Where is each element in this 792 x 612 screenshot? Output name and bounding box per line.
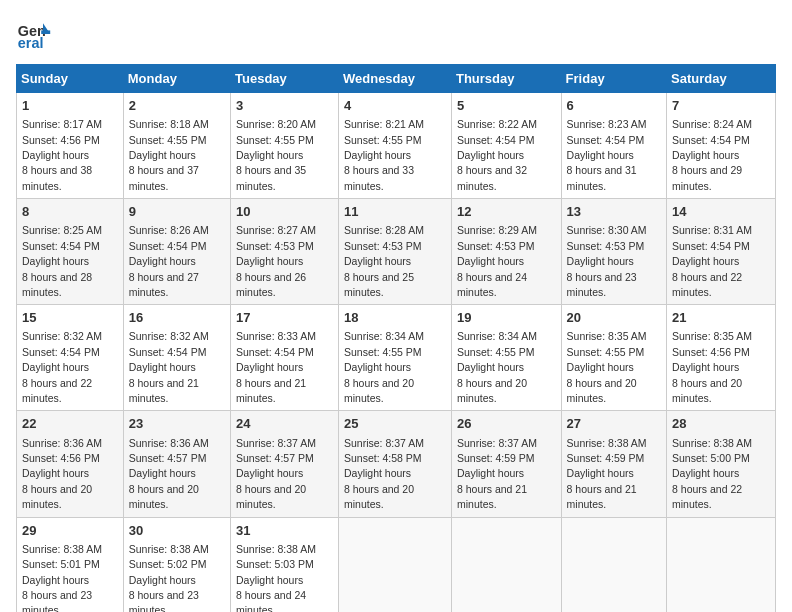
day-number: 10 — [236, 203, 333, 221]
logo: Gen eral — [16, 16, 56, 52]
day-info: Sunrise: 8:37 AMSunset: 4:59 PMDaylight … — [457, 437, 537, 511]
calendar-cell: 27 Sunrise: 8:38 AMSunset: 4:59 PMDaylig… — [561, 411, 666, 517]
svg-rect-3 — [41, 30, 50, 34]
day-number: 25 — [344, 415, 446, 433]
calendar-table: SundayMondayTuesdayWednesdayThursdayFrid… — [16, 64, 776, 612]
calendar-cell: 25 Sunrise: 8:37 AMSunset: 4:58 PMDaylig… — [338, 411, 451, 517]
day-info: Sunrise: 8:38 AMSunset: 4:59 PMDaylight … — [567, 437, 647, 511]
day-info: Sunrise: 8:37 AMSunset: 4:58 PMDaylight … — [344, 437, 424, 511]
day-info: Sunrise: 8:28 AMSunset: 4:53 PMDaylight … — [344, 224, 424, 298]
day-info: Sunrise: 8:32 AMSunset: 4:54 PMDaylight … — [22, 330, 102, 404]
calendar-cell: 30 Sunrise: 8:38 AMSunset: 5:02 PMDaylig… — [123, 517, 230, 612]
day-info: Sunrise: 8:30 AMSunset: 4:53 PMDaylight … — [567, 224, 647, 298]
calendar-cell: 15 Sunrise: 8:32 AMSunset: 4:54 PMDaylig… — [17, 305, 124, 411]
day-info: Sunrise: 8:34 AMSunset: 4:55 PMDaylight … — [344, 330, 424, 404]
day-number: 23 — [129, 415, 225, 433]
day-info: Sunrise: 8:22 AMSunset: 4:54 PMDaylight … — [457, 118, 537, 192]
day-info: Sunrise: 8:27 AMSunset: 4:53 PMDaylight … — [236, 224, 316, 298]
calendar-cell: 24 Sunrise: 8:37 AMSunset: 4:57 PMDaylig… — [231, 411, 339, 517]
day-info: Sunrise: 8:36 AMSunset: 4:57 PMDaylight … — [129, 437, 209, 511]
day-number: 7 — [672, 97, 770, 115]
calendar-cell: 23 Sunrise: 8:36 AMSunset: 4:57 PMDaylig… — [123, 411, 230, 517]
day-info: Sunrise: 8:33 AMSunset: 4:54 PMDaylight … — [236, 330, 316, 404]
col-header-wednesday: Wednesday — [338, 65, 451, 93]
day-info: Sunrise: 8:24 AMSunset: 4:54 PMDaylight … — [672, 118, 752, 192]
day-info: Sunrise: 8:35 AMSunset: 4:56 PMDaylight … — [672, 330, 752, 404]
day-number: 28 — [672, 415, 770, 433]
calendar-cell: 6 Sunrise: 8:23 AMSunset: 4:54 PMDayligh… — [561, 93, 666, 199]
day-number: 2 — [129, 97, 225, 115]
day-number: 16 — [129, 309, 225, 327]
day-number: 6 — [567, 97, 661, 115]
calendar-cell: 20 Sunrise: 8:35 AMSunset: 4:55 PMDaylig… — [561, 305, 666, 411]
calendar-cell: 4 Sunrise: 8:21 AMSunset: 4:55 PMDayligh… — [338, 93, 451, 199]
day-number: 30 — [129, 522, 225, 540]
col-header-tuesday: Tuesday — [231, 65, 339, 93]
day-number: 1 — [22, 97, 118, 115]
col-header-friday: Friday — [561, 65, 666, 93]
day-number: 9 — [129, 203, 225, 221]
day-info: Sunrise: 8:37 AMSunset: 4:57 PMDaylight … — [236, 437, 316, 511]
day-number: 31 — [236, 522, 333, 540]
calendar-cell — [338, 517, 451, 612]
calendar-cell: 16 Sunrise: 8:32 AMSunset: 4:54 PMDaylig… — [123, 305, 230, 411]
calendar-cell: 2 Sunrise: 8:18 AMSunset: 4:55 PMDayligh… — [123, 93, 230, 199]
day-number: 13 — [567, 203, 661, 221]
col-header-thursday: Thursday — [451, 65, 561, 93]
day-number: 29 — [22, 522, 118, 540]
calendar-cell: 10 Sunrise: 8:27 AMSunset: 4:53 PMDaylig… — [231, 199, 339, 305]
day-number: 17 — [236, 309, 333, 327]
day-info: Sunrise: 8:18 AMSunset: 4:55 PMDaylight … — [129, 118, 209, 192]
calendar-cell: 8 Sunrise: 8:25 AMSunset: 4:54 PMDayligh… — [17, 199, 124, 305]
calendar-cell: 28 Sunrise: 8:38 AMSunset: 5:00 PMDaylig… — [667, 411, 776, 517]
day-info: Sunrise: 8:32 AMSunset: 4:54 PMDaylight … — [129, 330, 209, 404]
calendar-cell: 3 Sunrise: 8:20 AMSunset: 4:55 PMDayligh… — [231, 93, 339, 199]
calendar-cell: 1 Sunrise: 8:17 AMSunset: 4:56 PMDayligh… — [17, 93, 124, 199]
day-number: 24 — [236, 415, 333, 433]
day-info: Sunrise: 8:23 AMSunset: 4:54 PMDaylight … — [567, 118, 647, 192]
day-number: 19 — [457, 309, 556, 327]
calendar-cell: 19 Sunrise: 8:34 AMSunset: 4:55 PMDaylig… — [451, 305, 561, 411]
day-info: Sunrise: 8:25 AMSunset: 4:54 PMDaylight … — [22, 224, 102, 298]
day-info: Sunrise: 8:38 AMSunset: 5:01 PMDaylight … — [22, 543, 102, 612]
day-number: 26 — [457, 415, 556, 433]
day-number: 12 — [457, 203, 556, 221]
calendar-cell: 7 Sunrise: 8:24 AMSunset: 4:54 PMDayligh… — [667, 93, 776, 199]
svg-text:eral: eral — [18, 35, 44, 51]
calendar-cell — [561, 517, 666, 612]
day-number: 3 — [236, 97, 333, 115]
calendar-cell — [667, 517, 776, 612]
logo-icon: Gen eral — [16, 16, 52, 52]
calendar-cell: 21 Sunrise: 8:35 AMSunset: 4:56 PMDaylig… — [667, 305, 776, 411]
day-number: 15 — [22, 309, 118, 327]
page-header: Gen eral — [16, 16, 776, 52]
col-header-sunday: Sunday — [17, 65, 124, 93]
day-info: Sunrise: 8:31 AMSunset: 4:54 PMDaylight … — [672, 224, 752, 298]
calendar-cell: 26 Sunrise: 8:37 AMSunset: 4:59 PMDaylig… — [451, 411, 561, 517]
col-header-saturday: Saturday — [667, 65, 776, 93]
calendar-cell: 5 Sunrise: 8:22 AMSunset: 4:54 PMDayligh… — [451, 93, 561, 199]
day-number: 5 — [457, 97, 556, 115]
day-info: Sunrise: 8:26 AMSunset: 4:54 PMDaylight … — [129, 224, 209, 298]
calendar-cell — [451, 517, 561, 612]
day-info: Sunrise: 8:38 AMSunset: 5:03 PMDaylight … — [236, 543, 316, 612]
calendar-cell: 22 Sunrise: 8:36 AMSunset: 4:56 PMDaylig… — [17, 411, 124, 517]
calendar-cell: 17 Sunrise: 8:33 AMSunset: 4:54 PMDaylig… — [231, 305, 339, 411]
day-number: 4 — [344, 97, 446, 115]
day-number: 27 — [567, 415, 661, 433]
col-header-monday: Monday — [123, 65, 230, 93]
day-info: Sunrise: 8:20 AMSunset: 4:55 PMDaylight … — [236, 118, 316, 192]
calendar-cell: 14 Sunrise: 8:31 AMSunset: 4:54 PMDaylig… — [667, 199, 776, 305]
day-number: 21 — [672, 309, 770, 327]
day-number: 14 — [672, 203, 770, 221]
day-info: Sunrise: 8:17 AMSunset: 4:56 PMDaylight … — [22, 118, 102, 192]
day-number: 11 — [344, 203, 446, 221]
day-info: Sunrise: 8:29 AMSunset: 4:53 PMDaylight … — [457, 224, 537, 298]
calendar-cell: 13 Sunrise: 8:30 AMSunset: 4:53 PMDaylig… — [561, 199, 666, 305]
calendar-cell: 18 Sunrise: 8:34 AMSunset: 4:55 PMDaylig… — [338, 305, 451, 411]
day-info: Sunrise: 8:34 AMSunset: 4:55 PMDaylight … — [457, 330, 537, 404]
day-info: Sunrise: 8:21 AMSunset: 4:55 PMDaylight … — [344, 118, 424, 192]
day-number: 22 — [22, 415, 118, 433]
calendar-cell: 9 Sunrise: 8:26 AMSunset: 4:54 PMDayligh… — [123, 199, 230, 305]
day-number: 20 — [567, 309, 661, 327]
